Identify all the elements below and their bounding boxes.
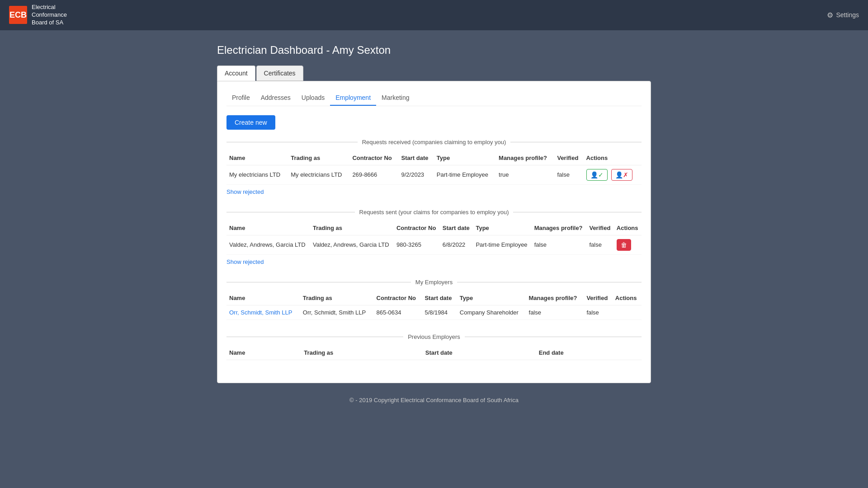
previous-employers-title: Previous Employers xyxy=(408,333,460,340)
my-employers-title: My Employers xyxy=(415,279,453,286)
logo-text: Electrical Conformance Board of SA xyxy=(32,4,67,27)
tab-uploads[interactable]: Uploads xyxy=(296,90,330,106)
col-name: Name xyxy=(226,346,301,360)
col-type: Type xyxy=(457,291,526,305)
col-trading-as: Trading as xyxy=(310,221,394,235)
logo: ECB Electrical Conformance Board of SA xyxy=(9,4,67,27)
tab-employment[interactable]: Employment xyxy=(330,90,376,106)
cell-contractor-no: 865-0634 xyxy=(374,305,422,319)
requests-received-section: Requests received (companies claiming to… xyxy=(226,139,642,195)
logo-icon: ECB xyxy=(9,6,27,24)
col-type: Type xyxy=(434,151,496,165)
cell-trading-as: My electricians LTD xyxy=(288,165,349,184)
header-line-left2 xyxy=(226,212,355,212)
col-actions: Actions xyxy=(613,291,642,305)
requests-received-header: Requests received (companies claiming to… xyxy=(226,139,642,145)
cell-name: Orr, Schmidt, Smith LLP xyxy=(226,305,300,319)
table-row: Valdez, Andrews, Garcia LTD Valdez, Andr… xyxy=(226,235,642,254)
page-title: Electrician Dashboard - Amy Sexton xyxy=(217,44,651,56)
my-employers-section: My Employers Name Trading as Contractor … xyxy=(226,279,642,320)
col-manages-profile: Manages profile? xyxy=(526,291,584,305)
cell-manages-profile: true xyxy=(496,165,554,184)
cell-start-date: 5/8/1984 xyxy=(422,305,457,319)
show-rejected-link-sent[interactable]: Show rejected xyxy=(226,258,264,265)
cell-verified: false xyxy=(586,235,613,254)
topbar: ECB Electrical Conformance Board of SA ⚙… xyxy=(0,0,868,30)
delete-icon: 🗑 xyxy=(621,241,627,249)
col-manages-profile: Manages profile? xyxy=(532,221,587,235)
gear-icon: ⚙ xyxy=(827,11,833,19)
col-start-date: Start date xyxy=(440,221,473,235)
cell-verified: false xyxy=(584,305,612,319)
previous-employers-table: Name Trading as Start date End date xyxy=(226,346,642,360)
accept-icon: 👤✓ xyxy=(590,171,604,178)
cell-actions xyxy=(613,305,642,319)
show-rejected-link[interactable]: Show rejected xyxy=(226,188,264,195)
table-row: My electricians LTD My electricians LTD … xyxy=(226,165,642,184)
col-name: Name xyxy=(226,151,288,165)
tab-certificates[interactable]: Certificates xyxy=(256,66,303,81)
my-employers-header: My Employers xyxy=(226,279,642,286)
tab-addresses[interactable]: Addresses xyxy=(255,90,296,106)
cell-actions: 🗑 xyxy=(614,235,642,254)
col-contractor-no: Contractor No xyxy=(349,151,398,165)
settings-button[interactable]: ⚙ Settings xyxy=(827,11,859,19)
col-verified: Verified xyxy=(586,221,613,235)
delete-button[interactable]: 🗑 xyxy=(617,239,631,251)
cell-name: Valdez, Andrews, Garcia LTD xyxy=(226,235,310,254)
cell-contractor-no: 980-3265 xyxy=(394,235,440,254)
col-trading-as: Trading as xyxy=(300,291,374,305)
col-start-date: Start date xyxy=(422,291,457,305)
col-manages-profile: Manages profile? xyxy=(496,151,554,165)
tab-account[interactable]: Account xyxy=(217,66,255,81)
col-trading-as: Trading as xyxy=(301,346,423,360)
tab-profile[interactable]: Profile xyxy=(226,90,255,106)
cell-contractor-no: 269-8666 xyxy=(349,165,398,184)
header-line-left xyxy=(226,142,358,142)
col-name: Name xyxy=(226,221,310,235)
accept-button[interactable]: 👤✓ xyxy=(586,169,608,181)
cell-start-date: 6/8/2022 xyxy=(440,235,473,254)
cell-type: Part-time Employee xyxy=(473,235,531,254)
col-actions: Actions xyxy=(584,151,642,165)
requests-received-table: Name Trading as Contractor No Start date… xyxy=(226,151,642,185)
requests-sent-table: Name Trading as Contractor No Start date… xyxy=(226,221,642,255)
tab-marketing[interactable]: Marketing xyxy=(376,90,415,106)
cell-trading-as: Orr, Schmidt, Smith LLP xyxy=(300,305,374,319)
card: Profile Addresses Uploads Employment Mar… xyxy=(217,81,651,383)
cell-verified: false xyxy=(554,165,583,184)
col-contractor-no: Contractor No xyxy=(394,221,440,235)
header-line-right3 xyxy=(457,282,642,282)
cell-manages-profile: false xyxy=(526,305,584,319)
reject-button[interactable]: 👤✗ xyxy=(611,169,632,181)
col-start-date: Start date xyxy=(399,151,434,165)
header-line-right xyxy=(510,142,642,142)
requests-sent-header: Requests sent (your claims for companies… xyxy=(226,209,642,216)
footer: © - 2019 Copyright Electrical Conformanc… xyxy=(217,383,651,413)
col-name: Name xyxy=(226,291,300,305)
main-content: Electrician Dashboard - Amy Sexton Accou… xyxy=(208,44,660,413)
primary-tab-bar: Account Certificates xyxy=(217,66,651,81)
header-line-right4 xyxy=(465,337,642,337)
requests-sent-title: Requests sent (your claims for companies… xyxy=(359,209,509,216)
my-employers-table: Name Trading as Contractor No Start date… xyxy=(226,291,642,320)
cell-start-date: 9/2/2023 xyxy=(399,165,434,184)
table-row: Orr, Schmidt, Smith LLP Orr, Schmidt, Sm… xyxy=(226,305,642,319)
header-line-left3 xyxy=(226,282,411,282)
col-contractor-no: Contractor No xyxy=(374,291,422,305)
previous-employers-header: Previous Employers xyxy=(226,333,642,340)
cell-type: Company Shareholder xyxy=(457,305,526,319)
secondary-tab-bar: Profile Addresses Uploads Employment Mar… xyxy=(226,90,642,106)
col-type: Type xyxy=(473,221,531,235)
col-end-date: End date xyxy=(536,346,642,360)
cell-manages-profile: false xyxy=(532,235,587,254)
header-line-right2 xyxy=(513,212,642,212)
reject-icon: 👤✗ xyxy=(615,171,628,178)
employer-link[interactable]: Orr, Schmidt, Smith LLP xyxy=(229,309,292,316)
previous-employers-section: Previous Employers Name Trading as Start… xyxy=(226,333,642,360)
col-trading-as: Trading as xyxy=(288,151,349,165)
header-line-left4 xyxy=(226,337,403,337)
create-new-button[interactable]: Create new xyxy=(226,115,275,130)
col-verified: Verified xyxy=(554,151,583,165)
cell-name: My electricians LTD xyxy=(226,165,288,184)
